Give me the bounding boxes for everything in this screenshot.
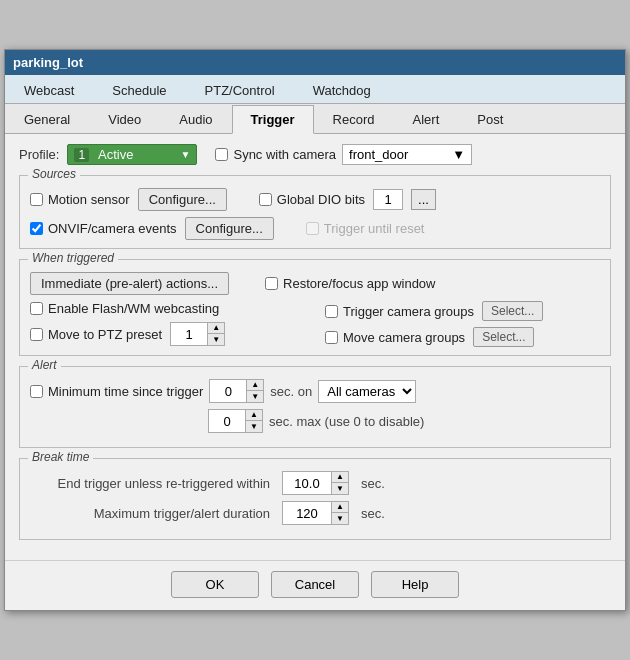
top-tab-bar: Webcast Schedule PTZ/Control Watchdog [5, 75, 625, 104]
min-time-input[interactable] [30, 385, 43, 398]
onvif-label: ONVIF/camera events [48, 221, 177, 236]
restore-focus-input[interactable] [265, 277, 278, 290]
triggered-right-col: Trigger camera groups Select... Move cam… [325, 301, 600, 347]
min-time-up[interactable]: ▲ [247, 380, 263, 391]
profile-dropdown[interactable]: 1 Active ▼ [67, 144, 197, 165]
enable-flash-input[interactable] [30, 302, 43, 315]
tab-post[interactable]: Post [458, 105, 522, 134]
ptz-preset-value[interactable] [171, 325, 207, 344]
max-duration-row: Maximum trigger/alert duration ▲ ▼ sec. [30, 501, 600, 525]
onvif-checkbox[interactable]: ONVIF/camera events [30, 221, 177, 236]
triggered-options-row: Enable Flash/WM webcasting Move to PTZ p… [30, 301, 600, 347]
move-ptz-checkbox[interactable]: Move to PTZ preset [30, 327, 162, 342]
tab-schedule[interactable]: Schedule [93, 76, 185, 104]
tab-audio[interactable]: Audio [160, 105, 231, 134]
move-camera-groups-checkbox[interactable]: Move camera groups [325, 330, 465, 345]
max-time-up[interactable]: ▲ [246, 410, 262, 421]
sources-section: Sources Motion sensor Configure... Globa… [19, 175, 611, 249]
tab-general[interactable]: General [5, 105, 89, 134]
enable-flash-checkbox[interactable]: Enable Flash/WM webcasting [30, 301, 219, 316]
title-bar: parking_lot [5, 50, 625, 75]
global-dio-label: Global DIO bits [277, 192, 365, 207]
motion-sensor-label: Motion sensor [48, 192, 130, 207]
main-window: parking_lot Webcast Schedule PTZ/Control… [4, 49, 626, 611]
ptz-spinner-buttons: ▲ ▼ [207, 323, 224, 345]
main-content: Profile: 1 Active ▼ Sync with camera fro… [5, 134, 625, 560]
trigger-camera-groups-label: Trigger camera groups [343, 304, 474, 319]
min-time-down[interactable]: ▼ [247, 391, 263, 402]
max-time-value[interactable] [209, 412, 245, 431]
sync-checkbox-input[interactable] [215, 148, 228, 161]
sync-row: Sync with camera front_door ▼ [215, 144, 472, 165]
end-trigger-up[interactable]: ▲ [332, 472, 348, 483]
max-time-label: sec. max (use 0 to disable) [269, 414, 424, 429]
cancel-button[interactable]: Cancel [271, 571, 359, 598]
trigger-camera-groups-input[interactable] [325, 305, 338, 318]
tab-record[interactable]: Record [314, 105, 394, 134]
tab-alert[interactable]: Alert [394, 105, 459, 134]
move-camera-groups-input[interactable] [325, 331, 338, 344]
sec-on-label: sec. on [270, 384, 312, 399]
trigger-camera-groups-select[interactable]: Select... [482, 301, 543, 321]
end-trigger-spinner[interactable]: ▲ ▼ [282, 471, 349, 495]
global-dio-input[interactable] [259, 193, 272, 206]
max-time-spinner[interactable]: ▲ ▼ [208, 409, 263, 433]
move-camera-groups-select[interactable]: Select... [473, 327, 534, 347]
enable-flash-row: Enable Flash/WM webcasting [30, 301, 305, 316]
onvif-input[interactable] [30, 222, 43, 235]
when-triggered-section: When triggered Immediate (pre-alert) act… [19, 259, 611, 356]
max-duration-value[interactable] [283, 504, 331, 523]
end-trigger-down[interactable]: ▼ [332, 483, 348, 494]
global-dio-checkbox: Global DIO bits [259, 192, 365, 207]
bottom-button-bar: OK Cancel Help [5, 560, 625, 610]
alert-label: Alert [28, 358, 61, 372]
all-cameras-dropdown[interactable]: All cameras [318, 380, 416, 403]
tab-ptz-control[interactable]: PTZ/Control [186, 76, 294, 104]
enable-flash-label: Enable Flash/WM webcasting [48, 301, 219, 316]
move-ptz-input[interactable] [30, 328, 43, 341]
restore-focus-checkbox[interactable]: Restore/focus app window [265, 276, 435, 291]
configure-motion-button[interactable]: Configure... [138, 188, 227, 211]
tab-trigger[interactable]: Trigger [232, 105, 314, 134]
max-duration-spinner[interactable]: ▲ ▼ [282, 501, 349, 525]
min-time-checkbox[interactable]: Minimum time since trigger [30, 384, 203, 399]
tab-video[interactable]: Video [89, 105, 160, 134]
ok-button[interactable]: OK [171, 571, 259, 598]
ptz-spinner-up[interactable]: ▲ [208, 323, 224, 334]
min-time-spinner[interactable]: ▲ ▼ [209, 379, 264, 403]
min-time-spinner-buttons: ▲ ▼ [246, 380, 263, 402]
end-trigger-row: End trigger unless re-triggered within ▲… [30, 471, 600, 495]
global-dio-ellipsis-button[interactable]: ... [411, 189, 436, 210]
trigger-camera-groups-checkbox[interactable]: Trigger camera groups [325, 304, 474, 319]
sync-with-camera-checkbox[interactable]: Sync with camera [215, 147, 336, 162]
trigger-until-reset-checkbox[interactable]: Trigger until reset [306, 221, 425, 236]
global-dio-value[interactable] [373, 189, 403, 210]
motion-sensor-checkbox[interactable]: Motion sensor [30, 192, 130, 207]
ptz-spinner-down[interactable]: ▼ [208, 334, 224, 345]
triggered-left-col: Enable Flash/WM webcasting Move to PTZ p… [30, 301, 305, 347]
camera-value: front_door [349, 147, 408, 162]
max-duration-up[interactable]: ▲ [332, 502, 348, 513]
immediate-actions-button[interactable]: Immediate (pre-alert) actions... [30, 272, 229, 295]
ptz-preset-spinner[interactable]: ▲ ▼ [170, 322, 225, 346]
profile-number: 1 [74, 148, 89, 162]
max-time-down[interactable]: ▼ [246, 421, 262, 432]
camera-select[interactable]: front_door ▼ [342, 144, 472, 165]
move-camera-groups-label: Move camera groups [343, 330, 465, 345]
end-trigger-label: End trigger unless re-triggered within [30, 476, 270, 491]
max-duration-down[interactable]: ▼ [332, 513, 348, 524]
tab-webcast[interactable]: Webcast [5, 76, 93, 104]
tab-watchdog[interactable]: Watchdog [294, 76, 390, 104]
end-trigger-value[interactable] [283, 474, 331, 493]
move-camera-groups-row: Move camera groups Select... [325, 327, 600, 347]
alert-section: Alert Minimum time since trigger ▲ ▼ s [19, 366, 611, 448]
min-time-row: Minimum time since trigger ▲ ▼ sec. on A… [30, 379, 600, 403]
sync-label: Sync with camera [233, 147, 336, 162]
motion-sensor-input[interactable] [30, 193, 43, 206]
move-ptz-row: Move to PTZ preset ▲ ▼ [30, 322, 305, 346]
end-trigger-sec: sec. [361, 476, 385, 491]
help-button[interactable]: Help [371, 571, 459, 598]
max-duration-sec: sec. [361, 506, 385, 521]
configure-onvif-button[interactable]: Configure... [185, 217, 274, 240]
min-time-value[interactable] [210, 382, 246, 401]
